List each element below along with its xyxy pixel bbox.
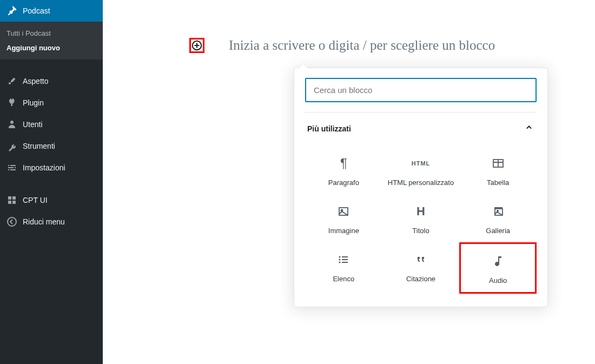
sidebar-item-label: Impostazioni bbox=[23, 163, 65, 172]
heading-icon: H bbox=[413, 204, 428, 219]
sidebar-separator bbox=[0, 59, 103, 70]
html-icon: HTML bbox=[413, 156, 428, 171]
block-label: Tabella bbox=[487, 178, 509, 188]
block-image[interactable]: Immagine bbox=[305, 194, 382, 242]
sidebar-item-label: Plugin bbox=[23, 98, 44, 107]
block-inserter-button[interactable] bbox=[189, 38, 204, 53]
brush-icon bbox=[6, 76, 17, 87]
sliders-icon bbox=[6, 162, 17, 173]
block-label: Citazione bbox=[406, 275, 435, 284]
sidebar-item-settings[interactable]: Impostazioni bbox=[0, 157, 103, 178]
block-label: Paragrafo bbox=[328, 178, 359, 188]
sidebar-item-tools[interactable]: Strumenti bbox=[0, 135, 103, 157]
block-quote[interactable]: Citazione bbox=[382, 242, 460, 294]
user-icon bbox=[6, 119, 17, 130]
svg-point-6 bbox=[497, 210, 498, 211]
admin-sidebar: Podcast Tutti i Podcast Aggiungi nuovo A… bbox=[0, 0, 103, 364]
block-html[interactable]: HTML HTML personalizzato bbox=[382, 146, 460, 194]
table-icon bbox=[491, 156, 506, 171]
paragraph-icon: ¶ bbox=[336, 156, 351, 171]
block-search-input[interactable] bbox=[305, 78, 537, 102]
block-label: Audio bbox=[489, 276, 507, 286]
sidebar-item-label: Riduci menu bbox=[23, 217, 65, 226]
inserter-section-title: Più utilizzati bbox=[307, 124, 351, 133]
gallery-icon bbox=[491, 204, 506, 219]
sidebar-item-appearance[interactable]: Aspetto bbox=[0, 70, 103, 92]
default-block-appender: Inizia a scrivere o digita / per sceglie… bbox=[189, 38, 573, 53]
block-gallery[interactable]: Galleria bbox=[459, 194, 537, 242]
block-label: Elenco bbox=[333, 275, 354, 284]
sidebar-item-collapse[interactable]: Riduci menu bbox=[0, 211, 103, 233]
chevron-up-icon bbox=[524, 122, 534, 135]
sidebar-separator bbox=[0, 178, 103, 189]
sidebar-item-plugins[interactable]: Plugin bbox=[0, 92, 103, 114]
image-icon bbox=[336, 204, 351, 219]
sidebar-item-podcast[interactable]: Podcast bbox=[0, 0, 103, 22]
quote-icon bbox=[413, 252, 428, 267]
list-icon bbox=[336, 252, 351, 267]
sidebar-submenu: Tutti i Podcast Aggiungi nuovo bbox=[0, 22, 103, 59]
inserter-section-header[interactable]: Più utilizzati bbox=[305, 112, 537, 141]
grid-icon bbox=[6, 195, 17, 206]
svg-point-0 bbox=[8, 217, 16, 226]
sidebar-item-label: CPT UI bbox=[23, 196, 48, 204]
block-inserter-popover: Più utilizzati ¶ Paragrafo HTML HTML per… bbox=[294, 68, 548, 307]
block-audio[interactable]: Audio bbox=[459, 242, 537, 294]
chevron-left-circle-icon bbox=[6, 216, 17, 227]
editor-canvas: Inizia a scrivere o digita / per sceglie… bbox=[103, 0, 595, 364]
block-label: Immagine bbox=[328, 227, 359, 236]
block-table[interactable]: Tabella bbox=[459, 146, 537, 194]
block-label: HTML personalizzato bbox=[388, 178, 454, 188]
plug-icon bbox=[6, 97, 17, 108]
sidebar-item-users[interactable]: Utenti bbox=[0, 114, 103, 135]
svg-rect-12 bbox=[342, 262, 348, 263]
sidebar-item-label: Utenti bbox=[23, 120, 43, 129]
block-paragraph[interactable]: ¶ Paragrafo bbox=[305, 146, 382, 194]
sidebar-item-cpt-ui[interactable]: CPT UI bbox=[0, 189, 103, 211]
block-prompt-text[interactable]: Inizia a scrivere o digita / per sceglie… bbox=[229, 38, 495, 53]
submenu-all-podcast[interactable]: Tutti i Podcast bbox=[0, 26, 103, 41]
svg-point-9 bbox=[339, 261, 341, 263]
pin-icon bbox=[6, 5, 17, 16]
block-grid: ¶ Paragrafo HTML HTML personalizzato Tab… bbox=[305, 146, 537, 294]
sidebar-item-label: Aspetto bbox=[23, 77, 48, 85]
svg-point-7 bbox=[339, 256, 341, 257]
svg-point-8 bbox=[339, 259, 341, 260]
svg-rect-11 bbox=[342, 259, 348, 260]
submenu-add-new[interactable]: Aggiungi nuovo bbox=[0, 41, 103, 55]
wrench-icon bbox=[6, 141, 17, 151]
svg-rect-10 bbox=[342, 256, 348, 257]
sidebar-item-label: Strumenti bbox=[23, 142, 55, 150]
sidebar-item-label: Podcast bbox=[23, 6, 50, 15]
block-label: Galleria bbox=[486, 227, 510, 236]
block-list[interactable]: Elenco bbox=[305, 242, 382, 294]
plus-circle-icon bbox=[191, 39, 203, 51]
block-label: Titolo bbox=[412, 227, 429, 236]
audio-icon bbox=[491, 254, 506, 269]
block-heading[interactable]: H Titolo bbox=[382, 194, 460, 242]
